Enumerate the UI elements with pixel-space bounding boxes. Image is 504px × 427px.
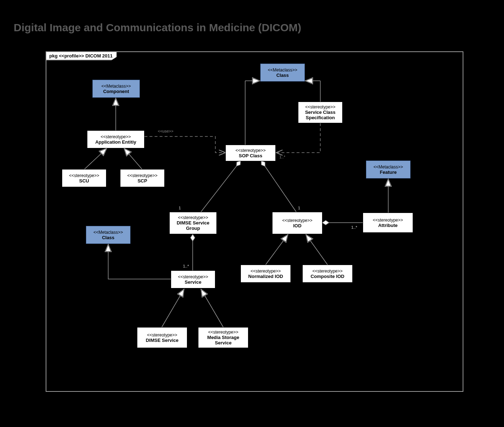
- node-name: Service Class Specification: [301, 110, 340, 120]
- stereotype-label: <<stereotype>>: [201, 330, 246, 335]
- node-normalized-iod: <<stereotype>> Normalized IOD: [240, 265, 291, 283]
- svg-line-8: [261, 161, 296, 212]
- node-name: Application Entitiy: [90, 139, 142, 145]
- node-name: Attribute: [365, 223, 411, 228]
- node-attribute: <<stereotype>> Attribute: [363, 213, 413, 233]
- node-name: DIMSE Service Group: [172, 220, 214, 231]
- node-name: Normalized IOD: [243, 274, 288, 279]
- svg-line-2: [124, 148, 142, 169]
- node-sop-class: <<stereotype>> SOP Class: [225, 145, 276, 161]
- stereotype-label: <<stereotype>>: [64, 173, 104, 178]
- diagram-title: Digital Image and Communications in Medi…: [14, 22, 301, 34]
- label-multiplicity-1star-scs: 1..*: [279, 155, 285, 159]
- svg-line-1: [84, 148, 107, 169]
- stereotype-label: <<Metaclass>>: [95, 84, 137, 89]
- node-application-entity: <<stereotype>> Application Entitiy: [87, 130, 145, 148]
- stereotype-label: <<Metaclass>>: [88, 230, 128, 235]
- node-name: Media Storage Service: [201, 335, 246, 345]
- stereotype-label: <<stereotype>>: [365, 218, 411, 223]
- node-service: <<stereotype>> Service: [171, 270, 215, 288]
- stereotype-label: <<stereotype>>: [275, 218, 320, 223]
- node-name: SCP: [123, 178, 162, 184]
- node-name: DIMSE Service: [139, 338, 185, 343]
- stereotype-label: <<Metaclass>>: [368, 164, 408, 170]
- label-use: <<use>>: [158, 129, 173, 133]
- label-multiplicity-1-iod: 1: [298, 206, 300, 210]
- node-name: Class: [88, 235, 128, 240]
- node-metaclass-feature: <<Metaclass>> Feature: [366, 161, 411, 178]
- package-frame: pkg <<profile>> DICOM 2011: [46, 51, 463, 392]
- node-metaclass-class-top: <<Metaclass>> Class: [260, 64, 305, 82]
- svg-line-15: [201, 289, 223, 327]
- stereotype-label: <<stereotype>>: [90, 134, 142, 139]
- svg-line-12: [266, 235, 288, 265]
- label-multiplicity-1star-attr: 1..*: [351, 225, 357, 229]
- node-composite-iod: <<stereotype>> Composite IOD: [302, 265, 353, 283]
- node-name: Service: [173, 279, 213, 285]
- node-metaclass-class-mid: <<Metaclass>> Class: [86, 226, 130, 244]
- stereotype-label: <<stereotype>>: [228, 148, 273, 153]
- stereotype-label: <<stereotype>>: [305, 269, 350, 274]
- stereotype-label: <<stereotype>>: [139, 333, 185, 338]
- stereotype-label: <<stereotype>>: [123, 173, 162, 178]
- stereotype-label: <<Metaclass>>: [263, 68, 302, 73]
- node-scu: <<stereotype>> SCU: [62, 169, 106, 187]
- frame-label: pkg <<profile>> DICOM 2011: [46, 51, 117, 60]
- node-dimse-service-group: <<stereotype>> DIMSE Service Group: [169, 212, 217, 234]
- node-name: Class: [263, 73, 302, 78]
- node-name: Composite IOD: [305, 274, 350, 279]
- stereotype-label: <<stereotype>>: [172, 215, 214, 220]
- stereotype-label: <<stereotype>>: [243, 269, 288, 274]
- node-metaclass-component: <<Metaclass>> Component: [92, 80, 140, 98]
- node-name: SCU: [64, 178, 104, 184]
- node-name: Component: [95, 89, 137, 94]
- stereotype-label: <<stereotype>>: [301, 105, 340, 110]
- node-service-class-specification: <<stereotype>> Service Class Specificati…: [298, 102, 343, 123]
- node-name: IOD: [275, 223, 320, 228]
- node-media-storage-service: <<stereotype>> Media Storage Service: [198, 327, 248, 348]
- node-dimse-service: <<stereotype>> DIMSE Service: [137, 327, 187, 348]
- svg-line-7: [201, 161, 240, 212]
- node-name: SOP Class: [228, 153, 273, 158]
- label-multiplicity-1star-service: 1..*: [183, 264, 189, 268]
- stereotype-label: <<stereotype>>: [173, 274, 213, 279]
- label-multiplicity-1-dsg: 1: [179, 206, 181, 210]
- node-iod: <<stereotype>> IOD: [272, 212, 322, 234]
- node-scp: <<stereotype>> SCP: [120, 169, 165, 187]
- svg-line-13: [306, 235, 327, 265]
- svg-line-14: [162, 289, 184, 327]
- node-name: Feature: [368, 170, 408, 175]
